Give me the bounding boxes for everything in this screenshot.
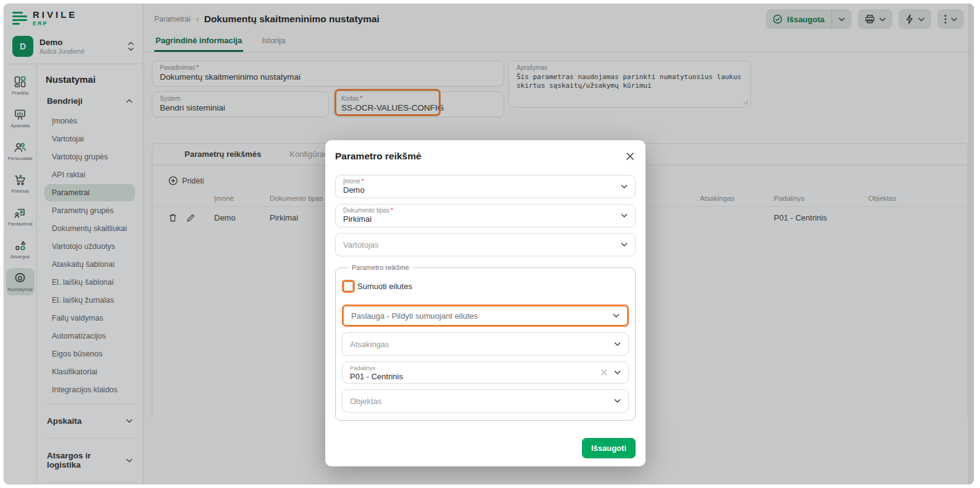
- chevron-down-icon: [614, 371, 621, 375]
- chevron-down-icon: [614, 399, 621, 403]
- parameter-value-modal: Parametro reikšmė Įmonė* Demo Dokumento …: [325, 140, 646, 466]
- required-mark: *: [362, 178, 364, 185]
- imone-select[interactable]: Įmonė* Demo: [335, 175, 636, 198]
- objektas-placeholder: Objektas: [350, 397, 381, 406]
- save-button[interactable]: Išsaugoti: [582, 438, 636, 458]
- objektas-select[interactable]: Objektas: [342, 389, 629, 413]
- app-window: RIVILE ERP D Demo Aušra Juodienė: [4, 4, 974, 484]
- modal-title: Parametro reikšmė: [335, 151, 421, 162]
- parametro-reiksme-group: Parametro reikšmė Sumuoti eilutes Paslau…: [335, 264, 636, 421]
- paslauga-placeholder: Paslauga - Pildyti sumuojant eilutes: [351, 311, 478, 321]
- vartotojas-placeholder: Vartotojas: [343, 240, 379, 250]
- chevron-down-icon: [614, 342, 621, 347]
- sumuoti-eilutes-label: Sumuoti eilutes: [357, 282, 412, 291]
- clear-icon[interactable]: [601, 369, 607, 376]
- close-icon[interactable]: [625, 151, 636, 162]
- paslauga-select[interactable]: Paslauga - Pildyti sumuojant eilutes: [342, 305, 629, 327]
- chevron-down-icon: [613, 314, 620, 318]
- chevron-down-icon: [621, 185, 628, 189]
- padalinys-select[interactable]: Padalinys P01 - Centrinis: [342, 361, 629, 384]
- vartotojas-select[interactable]: Vartotojas: [335, 233, 636, 256]
- dokumento-tipas-value: Pirkimai: [343, 214, 614, 224]
- atsakingas-select[interactable]: Atsakingas: [342, 332, 629, 356]
- chevron-down-icon: [621, 214, 628, 218]
- sumuoti-eilutes-row: Sumuoti eilutes: [342, 280, 629, 293]
- checkbox-highlight-annotation: [342, 280, 355, 293]
- atsakingas-placeholder: Atsakingas: [350, 340, 389, 349]
- imone-value: Demo: [343, 185, 614, 195]
- group-legend: Parametro reikšmė: [348, 264, 413, 271]
- chevron-down-icon: [621, 243, 628, 247]
- sumuoti-eilutes-checkbox[interactable]: [344, 282, 353, 291]
- padalinys-value: P01 - Centrinis: [350, 372, 594, 381]
- dokumento-tipas-select[interactable]: Dokumento tipas* Pirkimai: [335, 204, 636, 227]
- required-mark: *: [391, 207, 393, 214]
